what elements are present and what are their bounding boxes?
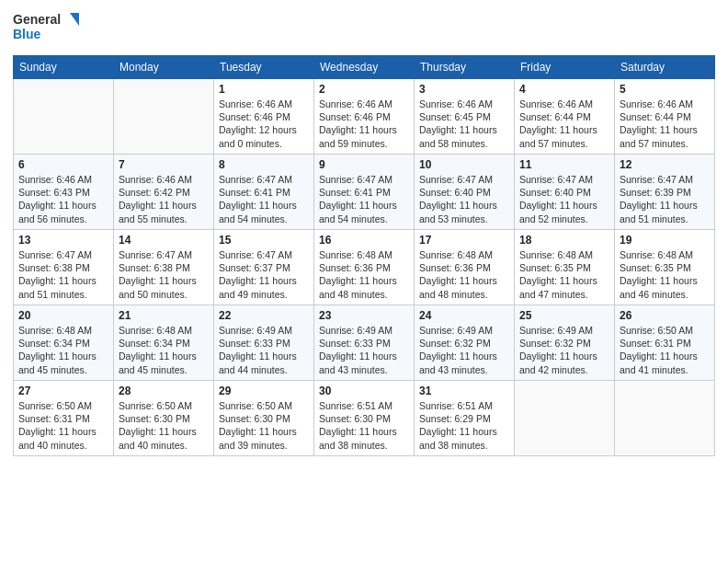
day-number: 31: [419, 385, 509, 397]
calendar-cell: 29Sunrise: 6:50 AM Sunset: 6:30 PM Dayli…: [214, 381, 314, 456]
calendar-cell: [114, 79, 214, 155]
weekday-header-tuesday: Tuesday: [214, 56, 314, 79]
calendar-cell: 20Sunrise: 6:48 AM Sunset: 6:34 PM Dayli…: [14, 305, 114, 381]
calendar-cell: 19Sunrise: 6:48 AM Sunset: 6:35 PM Dayli…: [615, 230, 715, 305]
day-info: Sunrise: 6:46 AM Sunset: 6:46 PM Dayligh…: [219, 98, 309, 150]
day-info: Sunrise: 6:47 AM Sunset: 6:37 PM Dayligh…: [219, 248, 309, 301]
day-number: 5: [620, 83, 710, 96]
calendar-cell: 22Sunrise: 6:49 AM Sunset: 6:33 PM Dayli…: [214, 305, 314, 381]
weekday-header-saturday: Saturday: [615, 56, 715, 79]
header: General Blue: [13, 9, 715, 48]
day-info: Sunrise: 6:46 AM Sunset: 6:43 PM Dayligh…: [18, 173, 108, 225]
week-row-4: 20Sunrise: 6:48 AM Sunset: 6:34 PM Dayli…: [14, 305, 715, 381]
day-number: 14: [119, 234, 209, 247]
day-info: Sunrise: 6:51 AM Sunset: 6:30 PM Dayligh…: [319, 399, 409, 452]
week-row-2: 6Sunrise: 6:46 AM Sunset: 6:43 PM Daylig…: [14, 155, 715, 230]
day-info: Sunrise: 6:47 AM Sunset: 6:41 PM Dayligh…: [319, 173, 409, 225]
day-number: 24: [419, 309, 509, 322]
day-number: 20: [18, 309, 108, 322]
calendar-cell: 10Sunrise: 6:47 AM Sunset: 6:40 PM Dayli…: [415, 155, 515, 230]
day-number: 8: [219, 158, 309, 171]
calendar-cell: 16Sunrise: 6:48 AM Sunset: 6:36 PM Dayli…: [314, 230, 415, 305]
svg-marker-2: [70, 13, 79, 26]
day-number: 28: [119, 385, 209, 397]
day-info: Sunrise: 6:48 AM Sunset: 6:36 PM Dayligh…: [319, 248, 409, 301]
day-number: 15: [219, 234, 309, 247]
weekday-header-friday: Friday: [515, 56, 615, 79]
day-number: 13: [18, 234, 108, 247]
day-info: Sunrise: 6:48 AM Sunset: 6:36 PM Dayligh…: [419, 248, 509, 301]
day-number: 29: [219, 385, 309, 397]
weekday-header-sunday: Sunday: [14, 56, 114, 79]
calendar-table: SundayMondayTuesdayWednesdayThursdayFrid…: [13, 55, 715, 456]
day-info: Sunrise: 6:49 AM Sunset: 6:33 PM Dayligh…: [319, 324, 409, 376]
day-number: 16: [319, 234, 409, 247]
day-number: 9: [319, 158, 409, 171]
calendar-cell: 9Sunrise: 6:47 AM Sunset: 6:41 PM Daylig…: [314, 155, 415, 230]
day-info: Sunrise: 6:50 AM Sunset: 6:30 PM Dayligh…: [119, 399, 209, 452]
weekday-header-row: SundayMondayTuesdayWednesdayThursdayFrid…: [14, 56, 715, 79]
calendar-cell: 2Sunrise: 6:46 AM Sunset: 6:46 PM Daylig…: [314, 79, 415, 155]
day-number: 2: [319, 83, 409, 96]
calendar-cell: [515, 381, 615, 456]
calendar-cell: 31Sunrise: 6:51 AM Sunset: 6:29 PM Dayli…: [415, 381, 515, 456]
calendar-cell: 21Sunrise: 6:48 AM Sunset: 6:34 PM Dayli…: [114, 305, 214, 381]
week-row-3: 13Sunrise: 6:47 AM Sunset: 6:38 PM Dayli…: [14, 230, 715, 305]
day-info: Sunrise: 6:47 AM Sunset: 6:38 PM Dayligh…: [18, 248, 108, 301]
day-number: 19: [620, 234, 710, 247]
day-info: Sunrise: 6:50 AM Sunset: 6:30 PM Dayligh…: [219, 399, 309, 452]
svg-text:General: General: [13, 12, 61, 27]
day-number: 12: [620, 158, 710, 171]
day-number: 3: [419, 83, 509, 96]
day-number: 22: [219, 309, 309, 322]
day-info: Sunrise: 6:51 AM Sunset: 6:29 PM Dayligh…: [419, 399, 509, 452]
day-info: Sunrise: 6:49 AM Sunset: 6:32 PM Dayligh…: [419, 324, 509, 376]
day-number: 17: [419, 234, 509, 247]
day-number: 1: [219, 83, 309, 96]
day-number: 6: [18, 158, 108, 171]
weekday-header-monday: Monday: [114, 56, 214, 79]
calendar-cell: 26Sunrise: 6:50 AM Sunset: 6:31 PM Dayli…: [615, 305, 715, 381]
week-row-5: 27Sunrise: 6:50 AM Sunset: 6:31 PM Dayli…: [14, 381, 715, 456]
day-info: Sunrise: 6:47 AM Sunset: 6:39 PM Dayligh…: [620, 173, 710, 225]
day-info: Sunrise: 6:46 AM Sunset: 6:44 PM Dayligh…: [620, 98, 710, 150]
calendar-cell: 28Sunrise: 6:50 AM Sunset: 6:30 PM Dayli…: [114, 381, 214, 456]
calendar-cell: 23Sunrise: 6:49 AM Sunset: 6:33 PM Dayli…: [314, 305, 415, 381]
weekday-header-wednesday: Wednesday: [314, 56, 415, 79]
calendar-cell: 17Sunrise: 6:48 AM Sunset: 6:36 PM Dayli…: [415, 230, 515, 305]
day-info: Sunrise: 6:48 AM Sunset: 6:35 PM Dayligh…: [620, 248, 710, 301]
calendar-cell: 7Sunrise: 6:46 AM Sunset: 6:42 PM Daylig…: [114, 155, 214, 230]
day-number: 30: [319, 385, 409, 397]
calendar-cell: 24Sunrise: 6:49 AM Sunset: 6:32 PM Dayli…: [415, 305, 515, 381]
week-row-1: 1Sunrise: 6:46 AM Sunset: 6:46 PM Daylig…: [14, 79, 715, 155]
day-number: 23: [319, 309, 409, 322]
day-info: Sunrise: 6:47 AM Sunset: 6:40 PM Dayligh…: [419, 173, 509, 225]
day-number: 25: [519, 309, 609, 322]
calendar-cell: 12Sunrise: 6:47 AM Sunset: 6:39 PM Dayli…: [615, 155, 715, 230]
day-number: 10: [419, 158, 509, 171]
svg-text:Blue: Blue: [13, 27, 41, 41]
day-info: Sunrise: 6:46 AM Sunset: 6:45 PM Dayligh…: [419, 98, 509, 150]
day-number: 21: [119, 309, 209, 322]
day-info: Sunrise: 6:47 AM Sunset: 6:40 PM Dayligh…: [519, 173, 609, 225]
day-number: 4: [519, 83, 609, 96]
day-number: 7: [119, 158, 209, 171]
calendar-cell: 8Sunrise: 6:47 AM Sunset: 6:41 PM Daylig…: [214, 155, 314, 230]
day-number: 26: [620, 309, 710, 322]
calendar-cell: 15Sunrise: 6:47 AM Sunset: 6:37 PM Dayli…: [214, 230, 314, 305]
day-info: Sunrise: 6:46 AM Sunset: 6:44 PM Dayligh…: [519, 98, 609, 150]
day-info: Sunrise: 6:50 AM Sunset: 6:31 PM Dayligh…: [18, 399, 108, 452]
day-info: Sunrise: 6:48 AM Sunset: 6:35 PM Dayligh…: [519, 248, 609, 301]
calendar-cell: 6Sunrise: 6:46 AM Sunset: 6:43 PM Daylig…: [14, 155, 114, 230]
weekday-header-thursday: Thursday: [415, 56, 515, 79]
logo-svg: General Blue: [13, 9, 86, 48]
day-number: 18: [519, 234, 609, 247]
day-info: Sunrise: 6:48 AM Sunset: 6:34 PM Dayligh…: [18, 324, 108, 376]
day-number: 11: [519, 158, 609, 171]
calendar-cell: 18Sunrise: 6:48 AM Sunset: 6:35 PM Dayli…: [515, 230, 615, 305]
day-info: Sunrise: 6:46 AM Sunset: 6:42 PM Dayligh…: [119, 173, 209, 225]
page-container: General Blue SundayMondayTuesdayWednesda…: [0, 0, 728, 465]
calendar-cell: 13Sunrise: 6:47 AM Sunset: 6:38 PM Dayli…: [14, 230, 114, 305]
day-info: Sunrise: 6:50 AM Sunset: 6:31 PM Dayligh…: [620, 324, 710, 376]
calendar-cell: 25Sunrise: 6:49 AM Sunset: 6:32 PM Dayli…: [515, 305, 615, 381]
